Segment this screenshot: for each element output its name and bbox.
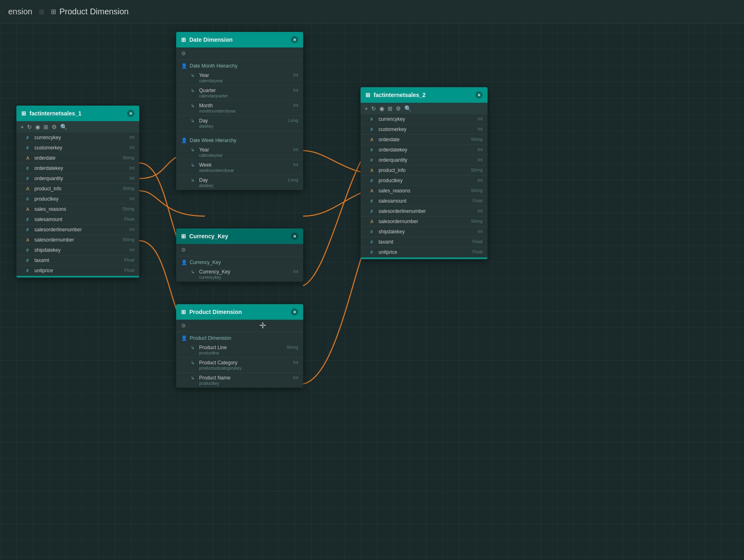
- gear-row-date: ⚙: [176, 47, 303, 60]
- field-name-text: orderdate: [34, 155, 119, 161]
- card-bottom-bar-2: [361, 257, 488, 259]
- field-currencykey-2: # currencykey Int: [361, 114, 488, 124]
- field-icon-hash: #: [26, 268, 32, 273]
- field-type-text: String: [283, 345, 298, 350]
- field-icon-hash: #: [26, 258, 32, 263]
- field-type-text: Int: [284, 103, 298, 108]
- field-name-text: salesorderlinenumber: [34, 227, 120, 233]
- hierarchy-icon-month: 👤: [181, 63, 187, 69]
- grid-btn-fact1[interactable]: ⊞: [43, 124, 48, 130]
- field-icon-hash: #: [370, 239, 376, 244]
- hierarchy-icon-currency: 👤: [181, 260, 187, 265]
- table-header-fact1[interactable]: ⊞ factinternetsales_1 ✕: [16, 106, 139, 121]
- field-icon-abc: A: [370, 137, 376, 142]
- table-header-date[interactable]: ⊞ Date Dimension ✕: [176, 32, 303, 47]
- field-icon-abc: A: [370, 168, 376, 173]
- field-icon-hash: #: [26, 248, 32, 253]
- field-name-text: Product Category: [199, 360, 284, 366]
- card-bottom-bar-1: [16, 276, 139, 278]
- table-header-currency[interactable]: ⊞ Currency_Key ✕: [176, 228, 303, 244]
- field-currencykey-1: # currencykey Int: [16, 133, 139, 143]
- field-type-text: Int: [120, 196, 134, 201]
- eye-btn-fact1[interactable]: ◉: [35, 124, 40, 130]
- section-title-product: Product Dimension: [190, 335, 231, 341]
- field-name-text: orderdatekey: [34, 165, 120, 171]
- field-icon-hash: #: [370, 250, 376, 255]
- field-type-text: Int: [284, 72, 298, 77]
- eye-btn-fact2[interactable]: ◉: [379, 105, 384, 112]
- close-fact1[interactable]: ✕: [127, 110, 134, 117]
- hierarchy-icon-week: 👤: [181, 138, 187, 143]
- field-icon-hash: #: [370, 158, 376, 163]
- field-productkey-2: # productkey Int: [361, 176, 488, 186]
- close-product[interactable]: ✕: [291, 308, 298, 316]
- field-salesamount-1: # salesamount Float: [16, 215, 139, 225]
- close-fact2[interactable]: ✕: [475, 91, 483, 99]
- field-orderdatekey-1: # orderdatekey Int: [16, 163, 139, 174]
- field-name-text: salesorderlinenumber: [379, 208, 468, 214]
- field-name-text: unitprice: [379, 249, 468, 255]
- search-btn-fact2[interactable]: 🔍: [404, 105, 411, 112]
- field-name-text: Year: [199, 72, 284, 78]
- table-currency-key: ⊞ Currency_Key ✕ ⚙ 👤 Currency_Key ↳ Curr…: [176, 228, 303, 282]
- grid-btn-fact2[interactable]: ⊞: [388, 105, 392, 112]
- field-name-text: Currency_Key: [199, 269, 284, 275]
- field-icon-hash: #: [26, 176, 32, 181]
- field-type-text: Int: [284, 162, 298, 167]
- field-shipdatekey-1: # shipdatekey Int: [16, 245, 139, 255]
- field-quarter-month: ↳ Quarter calendarquarter Int: [176, 86, 303, 101]
- field-icon-hash: #: [370, 178, 376, 183]
- table-date-dimension: ⊞ Date Dimension ✕ ⚙ 👤 Date Month Hierar…: [176, 32, 303, 190]
- refresh-btn-fact2[interactable]: ↻: [371, 105, 376, 112]
- table-factinternetsales-2: ⊞ factinternetsales_2 ✕ + ↻ ◉ ⊞ ⚙ 🔍 # cu…: [361, 87, 488, 259]
- field-type-text: Int: [120, 176, 134, 181]
- field-icon-sub: ↳: [191, 345, 197, 350]
- field-sub-text: productsubcategorykey: [199, 366, 284, 370]
- field-name-text: productkey: [34, 196, 120, 202]
- field-day-month: ↳ Day datekey Long: [176, 116, 303, 131]
- field-type-text: Int: [284, 360, 298, 365]
- field-icon-sub: ↳: [191, 103, 197, 108]
- add-btn-fact1[interactable]: +: [20, 124, 24, 130]
- field-taxamt-2: # taxamt Float: [361, 237, 488, 247]
- field-name-text: product_info: [34, 186, 119, 192]
- toolbar-fact1: + ↻ ◉ ⊞ ⚙ 🔍: [16, 121, 139, 133]
- field-icon-hash: #: [26, 227, 32, 232]
- gear-btn-fact2[interactable]: ⚙: [396, 105, 401, 112]
- field-icon-hash: #: [26, 217, 32, 222]
- table-header-product[interactable]: ⊞ Product Dimension ✕: [176, 304, 303, 320]
- refresh-btn-fact1[interactable]: ↻: [27, 124, 32, 130]
- add-btn-fact2[interactable]: +: [365, 105, 368, 112]
- table-header-fact2[interactable]: ⊞ factinternetsales_2 ✕: [361, 87, 488, 103]
- field-name-text: orderdatekey: [379, 147, 468, 153]
- field-type-text: Float: [468, 239, 483, 244]
- field-name-text: Product Name: [199, 375, 284, 381]
- field-icon-hash: #: [370, 209, 376, 214]
- field-salesorderlinenumber-1: # salesorderlinenumber Int: [16, 225, 139, 235]
- table-title-fact1: factinternetsales_1: [29, 110, 82, 117]
- field-name-text: orderquantity: [379, 157, 468, 163]
- search-btn-fact1[interactable]: 🔍: [60, 124, 67, 130]
- field-icon-sub: ↳: [191, 147, 197, 153]
- close-date[interactable]: ✕: [291, 36, 298, 43]
- field-icon-abc: A: [26, 186, 32, 191]
- gear-btn-fact1[interactable]: ⚙: [52, 124, 57, 130]
- field-sub-text: calendarquarter: [199, 94, 284, 98]
- field-type-text: Int: [120, 135, 134, 140]
- field-unitprice-1: # unitprice Float: [16, 266, 139, 276]
- field-name-text: Product Line: [199, 345, 283, 350]
- field-icon-abc: A: [26, 207, 32, 212]
- table-icon-fact1: ⊞: [21, 110, 26, 117]
- field-name-text: Day: [199, 118, 284, 124]
- table-icon-product: ⊞: [181, 309, 186, 315]
- toolbar-fact2: + ↻ ◉ ⊞ ⚙ 🔍: [361, 103, 488, 114]
- header-separator: ⊞: [39, 8, 44, 16]
- field-orderquantity-2: # orderquantity Int: [361, 155, 488, 165]
- field-name-text: customerkey: [34, 145, 120, 151]
- field-sub-text: calendaryear: [199, 153, 284, 158]
- field-type-text: String: [119, 155, 134, 160]
- field-type-text: Int: [468, 126, 483, 131]
- field-type-text: Int: [468, 116, 483, 121]
- close-currency[interactable]: ✕: [291, 233, 298, 240]
- field-type-text: Long: [284, 177, 298, 182]
